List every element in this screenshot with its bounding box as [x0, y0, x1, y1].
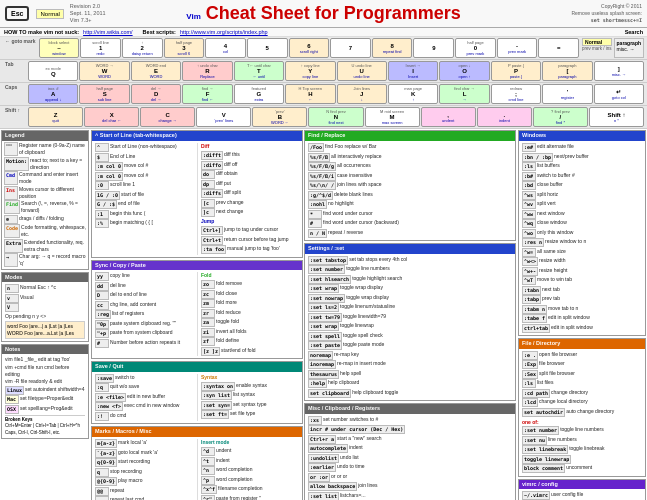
search-label: Search — [625, 29, 643, 35]
key-w: WORD → W WORD — [79, 61, 129, 81]
modes-title: Modes — [2, 273, 88, 283]
normal-ins: paragraph misc. → — [614, 38, 644, 58]
key-7: 7 — [330, 38, 371, 58]
page-title: Cheat Sheet for Programmers — [206, 3, 461, 23]
key-o: open ↓ O open ↑ — [439, 61, 489, 81]
copyright-text: CopyRight © 2011 — [522, 3, 642, 10]
savequit-body: :saveswitch to :qquit w/o save :e <file>… — [92, 372, 302, 424]
key-b: 'prev' B WORD ← — [252, 107, 307, 127]
vimrc-section: vimrc / config ~/.vimrcuser config file … — [518, 479, 646, 500]
key-6: 6 scroll right — [289, 38, 330, 58]
key-semicolon: redraw ; cmd line — [491, 84, 541, 104]
key-9: 9 — [413, 38, 454, 58]
center-top-row: ^ Start of Line (tab-whitespace) ^Start … — [91, 130, 516, 500]
broken-keys: Broken Keys Ctrl+M=Enter | Ctrl+I=Tab | … — [5, 415, 85, 436]
key-4: 4 col — [205, 38, 246, 58]
vimrc-title: vimrc / config — [519, 480, 645, 490]
caps-label: Caps — [3, 84, 27, 104]
key-2: ↑ 2 daisy return — [122, 38, 163, 58]
savequit-title: Save / Quit — [92, 362, 302, 372]
key-slash: ? find prev / find * — [533, 107, 588, 127]
legend-title: Legend — [2, 131, 88, 141]
marks-body: m{a-z}mark local 'a' `{a-z}goto local ma… — [92, 437, 302, 500]
right-column: Windows :e#edit alternate file :bn / :bp… — [517, 129, 647, 500]
key-h: H Top screen H ← — [285, 84, 335, 104]
savequit-section: Save / Quit :saveswitch to :qquit w/o sa… — [91, 361, 303, 424]
findreplace-title: Find / Replace — [305, 131, 515, 141]
modes-box: Modes nNormal Esc ↑ ^c vVisual V Op pend… — [1, 272, 89, 342]
notes-box: Notes vim file1 _file_ edit at tag 'foo'… — [1, 344, 89, 439]
misc-section: Misc / Clipboard / Registers :xsset numb… — [304, 403, 516, 500]
marks-section: Marks / Macros / Misc m{a-z}mark local '… — [91, 426, 303, 500]
windows-section: Windows :e#edit alternate file :bn / :bp… — [518, 130, 646, 336]
asdf-row: Caps incr. # A append ↓ half page S sub … — [0, 83, 647, 106]
key-x: X del char ← — [84, 107, 139, 127]
key-n: N find prev N find next — [308, 107, 363, 127]
center-right: Find / Replace /Foofind Foo replace w/ B… — [304, 130, 516, 500]
key-3: half page 3 scroll 6 — [164, 38, 205, 58]
main-content-area: Legend ""Register name (0-9a-Z) name of … — [0, 129, 647, 500]
notes-title: Notes — [2, 345, 88, 355]
ins-area: Normal prev mark / ins — [582, 38, 612, 58]
modes-body: nNormal Esc ↑ ^c vVisual V Op pending n … — [2, 282, 88, 341]
key-g: featured G extra — [234, 84, 284, 104]
splash-cmd: set shortmessc+=I — [522, 17, 642, 24]
key-y: ↑ copy line Y copy line — [285, 61, 335, 81]
howto-row: HOW TO make vim not suck: http://vim.wik… — [0, 28, 647, 37]
key-z: Z quit — [28, 107, 83, 127]
windows-title: Windows — [519, 131, 645, 141]
key-f: find → F find ← — [182, 84, 232, 104]
remove-splash-text: Remove useless splash screen: — [522, 10, 642, 17]
shift-label: Shift ↑ — [3, 107, 27, 127]
findreplace-body: /Foofind Foo replace w/ Bar %s/F/Ball in… — [305, 141, 515, 240]
scripts-link: http://www.vim.org/scripts/index.php — [180, 29, 268, 35]
esc-key-label: Esc — [5, 6, 29, 21]
center-column: ^ Start of Line (tab-whitespace) ^Start … — [90, 129, 517, 500]
revision-text: Revision 2.0 — [70, 3, 106, 10]
notes-body: vim file1 _file_ edit at tag 'foo' vim +… — [2, 354, 88, 437]
number-row-area: ← goto mark block select ~ window scroll… — [0, 37, 647, 60]
key-d: del → D del → — [131, 84, 181, 104]
tab-label: Tab — [3, 61, 27, 81]
key-a: incr. # A append ↓ — [28, 84, 78, 104]
key-5: 5 — [247, 38, 288, 58]
date-text: Sept. 11, 2011 — [70, 10, 106, 17]
sets-section: Settings / :set :set tabstopset tab stop… — [304, 243, 516, 401]
filedir-title: File / Directory — [519, 339, 645, 349]
zxcv-row: Shift ↑ Z quit X del char ← C change → V… — [0, 106, 647, 129]
filedir-body: :e .open file browser :Expfile browser :… — [519, 349, 645, 476]
key-u: U undo line U undo line — [337, 61, 387, 81]
key-1: scroll line 1 redo — [80, 38, 121, 58]
key-equals: = — [538, 38, 579, 58]
vim-version-text: Vim 7.3+ — [70, 17, 106, 24]
key-k: man page K ↑ — [388, 84, 438, 104]
key-m: M mid screen M max screen — [365, 107, 420, 127]
vimrc-body: ~/.vimrcuser config file :source %reload… — [519, 489, 645, 500]
key-v: V 'prev' lines — [196, 107, 251, 127]
mode-badge: Normal — [36, 9, 63, 19]
key-8: 8 repeat find — [372, 38, 413, 58]
misc-nav-title: Sync / Copy / Paste — [92, 261, 302, 271]
key-j: Join lines J ↓ — [337, 84, 387, 104]
misc-body: :xsset number switches to # incr # under… — [305, 414, 515, 500]
key-bracket-open: paragraph [ paragraph — [542, 61, 592, 81]
cursor-title: ^ Start of Line (tab-whitespace) — [92, 131, 302, 141]
center-left: ^ Start of Line (tab-whitespace) ^Start … — [91, 130, 303, 500]
key-minus: - prev mark — [497, 38, 538, 58]
key-l: find char → L → — [439, 84, 489, 104]
sets-title: Settings / :set — [305, 244, 515, 254]
legend-body: ""Register name (0-9a-Z) name of clipboa… — [2, 141, 88, 269]
key-c: C change → — [140, 107, 195, 127]
key-q: ex mode Q — [28, 61, 78, 81]
findreplace-section: Find / Replace /Foofind Foo replace w/ B… — [304, 130, 516, 241]
windows-body: :e#edit alternate file :bn / :bpnext/pre… — [519, 141, 645, 335]
key-i: Insert → I Insert — [388, 61, 438, 81]
header: Esc Normal Revision 2.0 Sept. 11, 2011 V… — [0, 0, 647, 28]
key-quote: ' register — [542, 84, 592, 104]
legend-box: Legend ""Register name (0-9a-Z) name of … — [1, 130, 89, 269]
goto-mark-label: ← goto mark — [3, 38, 38, 58]
filedir-section: File / Directory :e .open file browser :… — [518, 338, 646, 477]
howto-label: HOW TO make vim not suck: — [4, 29, 79, 35]
qwerty-row: Tab ex mode Q WORD → W WORD WORD end E W… — [0, 60, 647, 83]
key-return: ↵ goto col — [594, 84, 644, 104]
